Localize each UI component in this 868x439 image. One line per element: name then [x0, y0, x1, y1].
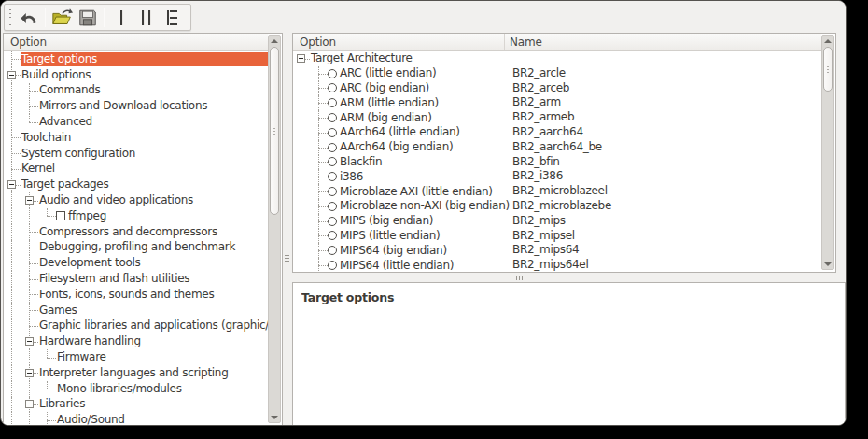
- radio-icon[interactable]: [328, 246, 337, 255]
- tree-item[interactable]: ARM (little endian)BR2_arm: [298, 95, 821, 110]
- expander-collapse-icon[interactable]: [7, 180, 16, 189]
- tree-guide: [298, 229, 315, 244]
- radio-icon[interactable]: [328, 231, 337, 240]
- tree-item[interactable]: MIPS (little endian)BR2_mipsel: [298, 229, 821, 244]
- expander-collapse-icon[interactable]: [25, 369, 34, 377]
- checkbox-icon[interactable]: [56, 211, 65, 220]
- tree-item[interactable]: Advanced: [8, 114, 268, 130]
- save-button[interactable]: [75, 6, 100, 30]
- expander-collapse-icon[interactable]: [25, 196, 34, 205]
- tree-item[interactable]: ARC (little endian)BR2_arcle: [298, 66, 821, 81]
- tree-item[interactable]: Target packages: [8, 177, 268, 192]
- vertical-splitter[interactable]: [282, 33, 292, 426]
- expander-collapse-icon[interactable]: [25, 400, 34, 408]
- tree-item[interactable]: Libraries: [8, 397, 268, 413]
- radio-icon[interactable]: [328, 69, 337, 78]
- tree-item[interactable]: Mirrors and Download locations: [8, 98, 268, 114]
- tree-connector: [26, 83, 38, 99]
- save-floppy-icon: [77, 7, 98, 28]
- scroll-up-icon[interactable]: [824, 39, 832, 43]
- options-tree-panel: Option Name Target ArchitectureARC (litt…: [292, 33, 836, 273]
- tree-item[interactable]: Compressors and decompressors: [8, 224, 268, 240]
- tree-item[interactable]: Microblaze non-AXI (big endian)BR2_micro…: [298, 199, 821, 214]
- expander-collapse-icon[interactable]: [297, 54, 305, 63]
- radio-icon[interactable]: [328, 157, 337, 166]
- right-vertical-scrollbar[interactable]: [821, 35, 834, 270]
- scroll-up-icon[interactable]: [271, 39, 278, 43]
- tree-item[interactable]: ARM (big endian)BR2_armeb: [298, 110, 821, 125]
- tree-connector: [8, 67, 21, 83]
- tree-item[interactable]: Development tools: [8, 255, 268, 271]
- tree-item[interactable]: Interpreter languages and scripting: [8, 365, 268, 381]
- tree-item[interactable]: Commands: [8, 83, 268, 99]
- radio-icon[interactable]: [328, 202, 337, 211]
- tree-item[interactable]: i386BR2_i386: [298, 169, 821, 184]
- undo-arrow-icon: [19, 7, 39, 28]
- open-button[interactable]: [49, 6, 75, 30]
- radio-icon[interactable]: [328, 128, 337, 137]
- tree-item[interactable]: Target options: [8, 51, 268, 67]
- tree-item[interactable]: Debugging, profiling and benchmark: [8, 240, 268, 256]
- tree-connector: [26, 114, 38, 130]
- tree-item[interactable]: Fonts, icons, sounds and themes: [8, 287, 268, 303]
- radio-icon[interactable]: [328, 83, 337, 92]
- tree-item[interactable]: Microblaze AXI (little endian)BR2_microb…: [298, 184, 821, 199]
- tree-item[interactable]: Graphic libraries and applications (grap…: [8, 319, 268, 334]
- tree-item[interactable]: MIPS64 (big endian)BR2_mips64: [298, 243, 821, 258]
- tree-connector: [44, 208, 56, 224]
- scrollbar-thumb[interactable]: [270, 47, 279, 215]
- radio-icon[interactable]: [328, 143, 337, 152]
- tree-item[interactable]: MIPS64 (little endian)BR2_mips64el: [298, 258, 821, 272]
- toolbar-drag-handle[interactable]: [8, 9, 12, 26]
- radio-icon[interactable]: [328, 217, 337, 226]
- scrollbar-thumb[interactable]: [823, 47, 833, 92]
- right-header-name[interactable]: Name: [505, 34, 665, 50]
- tree-item[interactable]: BlackfinBR2_bfin: [298, 155, 821, 170]
- horizontal-splitter[interactable]: [292, 273, 846, 282]
- tree-item[interactable]: System configuration: [8, 146, 268, 162]
- tree-guide: [8, 240, 26, 256]
- tree-guide: [8, 98, 26, 114]
- tree-item[interactable]: MIPS (big endian)BR2_mips: [298, 214, 821, 229]
- tree-item[interactable]: AArch64 (big endian)BR2_aarch64_be: [298, 140, 821, 155]
- tree-item[interactable]: Target Architecture: [298, 51, 821, 66]
- scroll-down-icon[interactable]: [824, 262, 832, 266]
- tree-item[interactable]: Firmware: [8, 349, 268, 365]
- tree-item[interactable]: Toolchain: [8, 130, 268, 146]
- full-view-button[interactable]: [159, 6, 184, 30]
- tree-item[interactable]: Kernel: [8, 162, 268, 177]
- scroll-down-icon[interactable]: [271, 416, 278, 419]
- tree-item-label: Microblaze non-AXI (big endian): [339, 199, 512, 213]
- left-header-option[interactable]: Option: [4, 34, 268, 50]
- tree-item[interactable]: Mono libraries/modules: [8, 381, 268, 397]
- tree-item[interactable]: ARC (big endian)BR2_arceb: [298, 81, 821, 96]
- right-header-option[interactable]: Option: [293, 34, 505, 50]
- tree-item-label: Debugging, profiling and benchmark: [38, 240, 268, 254]
- radio-icon[interactable]: [328, 187, 337, 196]
- tree-item[interactable]: Audio and video applications: [8, 192, 268, 208]
- right-panel-header[interactable]: Option Name: [293, 34, 821, 51]
- tree-item[interactable]: Filesystem and flash utilities: [8, 271, 268, 287]
- tree-item[interactable]: Games: [8, 303, 268, 319]
- left-panel-header[interactable]: Option: [4, 34, 268, 51]
- tree-item[interactable]: Build options: [8, 67, 268, 83]
- split-view-button[interactable]: [133, 6, 159, 30]
- radio-icon[interactable]: [328, 172, 337, 181]
- tree-item[interactable]: ffmpeg: [8, 208, 268, 224]
- left-vertical-scrollbar[interactable]: [268, 35, 281, 423]
- tree-item[interactable]: Audio/Sound: [8, 412, 268, 425]
- expander-collapse-icon[interactable]: [25, 337, 34, 346]
- radio-icon[interactable]: [328, 261, 337, 270]
- expander-collapse-icon[interactable]: [7, 71, 16, 79]
- tree-guide: [8, 333, 26, 349]
- tree-item[interactable]: AArch64 (little endian)BR2_aarch64: [298, 125, 821, 140]
- tree-item-label: Microblaze AXI (little endian): [339, 185, 496, 199]
- toolbar-separator: [45, 8, 46, 27]
- radio-icon[interactable]: [328, 98, 337, 107]
- single-view-button[interactable]: [108, 6, 133, 30]
- tree-connector: [315, 155, 328, 170]
- tree-item[interactable]: Hardware handling: [8, 333, 268, 349]
- undo-button[interactable]: [16, 6, 41, 30]
- radio-icon[interactable]: [328, 113, 337, 122]
- tree-connector: [44, 412, 56, 425]
